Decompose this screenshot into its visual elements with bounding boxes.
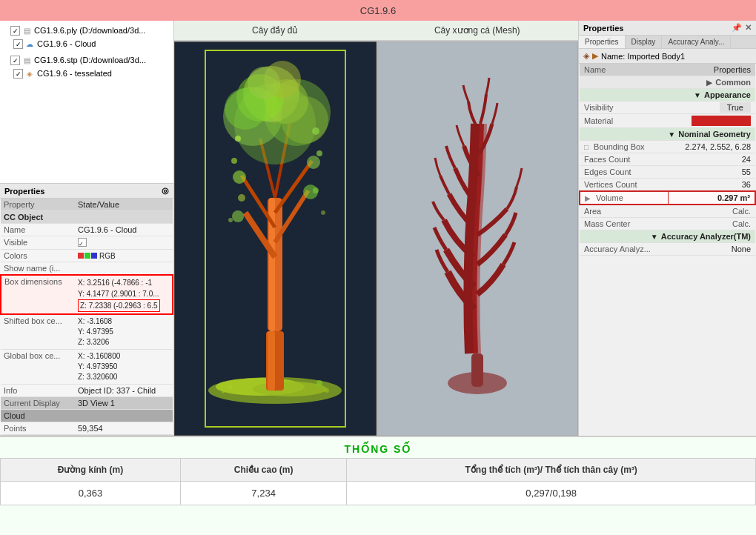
tab-display[interactable]: Display <box>626 36 663 48</box>
scrollbar-area[interactable]: ▶ <box>0 435 173 436</box>
area-row: Area Calc. <box>580 205 755 218</box>
left-panel: ▤ CG1.9.6.ply (D:/download/3d... ☁ CG1.9… <box>0 21 174 436</box>
cc-object-section: CC Object <box>1 211 173 224</box>
tree-checkbox-cloud[interactable] <box>13 39 23 49</box>
rgb-icon <box>78 253 97 259</box>
tab-accuracy[interactable]: Accuracy Analy... <box>662 36 731 48</box>
tree-checkbox-stp[interactable] <box>10 56 20 65</box>
tab-accuracy-label: Accuracy Analy... <box>668 38 724 46</box>
svg-point-25 <box>281 96 328 144</box>
tree-label-mesh: CG1.9.6 - tesselated <box>37 69 112 78</box>
prop-globalbox-label: Global box ce... <box>1 350 75 385</box>
svg-point-30 <box>231 158 237 164</box>
prop-globalbox-row: Global box ce... X: -3.160800Y: 4.973950… <box>1 350 173 385</box>
right-properties-panel: Properties 📌 ✕ Properties Display Accura… <box>578 21 756 436</box>
views-container <box>174 41 578 436</box>
prop-currentdisplay-val: 3D View 1 <box>75 397 173 410</box>
svg-point-27 <box>248 67 280 99</box>
tree-label-ply: CG1.9.6.ply (D:/download/3d... <box>34 26 145 35</box>
val-tong-the-tich: 0,297/0,198 <box>347 482 756 505</box>
tab-properties[interactable]: Properties <box>579 36 626 48</box>
view-header-left: Cây đầy đủ <box>174 21 377 41</box>
tree-3d-svg <box>201 50 349 413</box>
title-bar: CG1.9.6 <box>0 0 756 21</box>
prop-currentdisplay-label: Current Display <box>1 397 75 410</box>
col-tong-the-tich: Tổng thể tích (m³)/ Thể tích thân cây (m… <box>347 459 756 482</box>
tree-checkbox-mesh[interactable] <box>13 69 23 79</box>
svg-point-37 <box>303 185 318 199</box>
edges-count-label: Edges Count <box>580 166 668 179</box>
left-properties-panel: Properties ◎ Property State/Value CC Obj… <box>0 184 173 436</box>
view-area: Cây đầy đủ Cây xương cá (Mesh) <box>174 21 578 436</box>
tree-item-cloud[interactable]: ☁ CG1.9.6 - Cloud <box>0 37 173 50</box>
volume-label: ▶ Volume <box>580 191 668 205</box>
bottom-area: THỐNG SỐ Đường kính (m) Chiều cao (m) Tổ… <box>0 436 756 535</box>
prop-showname-row: Show name (i... <box>1 262 173 276</box>
tree-view[interactable]: ▤ CG1.9.6.ply (D:/download/3d... ☁ CG1.9… <box>0 21 173 184</box>
collapse-icon[interactable]: ◎ <box>162 186 169 196</box>
play-icon: ▶ <box>592 51 598 61</box>
mesh-icon: ◈ <box>24 68 35 79</box>
prop-shiftedbox-row: Shifted box ce... X: -3.1608Y: 4.97395Z:… <box>1 314 173 350</box>
prop-colors-label: Colors <box>1 250 75 262</box>
visibility-true: True <box>720 102 751 113</box>
area-val: Calc. <box>668 205 755 218</box>
col-chieu-cao: Chiều cao (m) <box>180 459 346 482</box>
svg-point-28 <box>235 136 241 142</box>
prop-visible-val <box>75 236 173 250</box>
main-area: ▤ CG1.9.6.ply (D:/download/3d... ☁ CG1.9… <box>0 21 756 436</box>
prop-info-row: Info Object ID: 337 - Child <box>1 385 173 397</box>
view-headers: Cây đầy đủ Cây xương cá (Mesh) <box>174 21 578 41</box>
edges-count-row: Edges Count 55 <box>580 166 755 179</box>
mass-center-label: Mass Center <box>580 218 668 230</box>
svg-point-35 <box>321 210 325 215</box>
properties-title: Properties <box>4 187 44 196</box>
tree-item-tesselated[interactable]: ◈ CG1.9.6 - tesselated <box>0 67 173 80</box>
material-label: Material <box>580 114 668 128</box>
prop-points-row: Points 59,354 <box>1 422 173 435</box>
svg-point-4 <box>316 380 322 386</box>
visibility-row: Visibility True <box>580 102 755 114</box>
prop-showname-val <box>75 262 173 276</box>
ply-icon: ▤ <box>21 25 32 36</box>
tree-checkbox-ply[interactable] <box>10 26 20 36</box>
svg-point-6 <box>222 391 225 393</box>
faces-count-row: Faces Count 24 <box>580 153 755 166</box>
bounding-box-val: 2.274, 2.552, 6.28 <box>668 141 755 153</box>
mass-center-val: Calc. <box>668 218 755 230</box>
col-duong-kinh: Đường kính (m) <box>1 459 181 482</box>
prop-colors-val: RGB <box>75 250 173 262</box>
accuracy-label: ▼Accuracy Analyzer(TM) <box>580 230 755 243</box>
visible-checkbox[interactable] <box>78 238 87 247</box>
view-right-title: Cây xương cá (Mesh) <box>434 25 520 36</box>
tree-item-ply[interactable]: ▤ CG1.9.6.ply (D:/download/3d... <box>0 24 173 37</box>
area-label: Area <box>580 205 668 218</box>
right-props-tabs[interactable]: Properties Display Accuracy Analy... <box>579 36 756 49</box>
svg-point-38 <box>233 170 246 184</box>
val-chieu-cao: 7,234 <box>180 482 346 505</box>
svg-point-36 <box>232 210 244 222</box>
material-row: Material <box>580 114 755 128</box>
nominal-geom-section: ▼Nominal Geometry <box>580 128 755 141</box>
prop-shiftedbox-label: Shifted box ce... <box>1 314 75 350</box>
prop-showname-label: Show name (i... <box>1 262 75 276</box>
prop-colors-row: Colors RGB <box>1 250 173 262</box>
accuracy-name-label: Accuracy Analyz... <box>580 243 668 256</box>
prop-info-label: Info <box>1 385 75 397</box>
close-icon[interactable]: ✕ <box>745 23 752 33</box>
val-col-header: State/Value <box>75 199 173 211</box>
view-left[interactable] <box>174 41 377 436</box>
right-props-title: Properties 📌 ✕ <box>579 21 756 36</box>
bounding-box-label: □ Bounding Box <box>580 141 668 153</box>
tree-label-stp: CG1.9.6.stp (D:/download/3d... <box>34 56 146 64</box>
view-right[interactable] <box>377 41 579 436</box>
pin-icon[interactable]: 📌 <box>732 23 742 33</box>
visibility-val: True <box>668 102 755 114</box>
right-props-title-text: Properties <box>583 24 623 33</box>
prop-points-val: 59,354 <box>75 422 173 435</box>
cloud-icon: ☁ <box>24 39 35 49</box>
tab-display-label: Display <box>631 38 656 46</box>
rgb-label: RGB <box>99 252 116 260</box>
right-name-col: Name <box>580 64 668 76</box>
tree-item-stp[interactable]: ▤ CG1.9.6.stp (D:/download/3d... <box>0 53 173 67</box>
